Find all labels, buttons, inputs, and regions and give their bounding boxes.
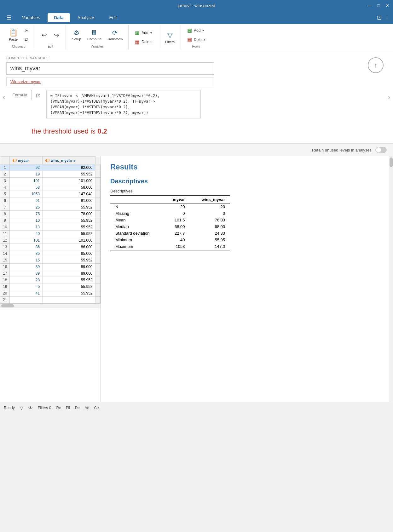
table-row[interactable]: 17 89 89.000 [0,270,101,277]
table-row[interactable]: 14 85 85.000 [0,250,101,257]
myvar-cell[interactable]: 41 [10,290,43,297]
myvar-cell[interactable]: 19 [10,171,43,178]
filters-button[interactable]: ▽ Filters [163,30,177,45]
var-delete-button[interactable]: ▦ Delete [132,38,155,46]
myvar-cell[interactable]: 89 [10,264,43,270]
myvar-cell[interactable]: 101 [10,237,43,244]
compute-button[interactable]: 🖩 Compute [85,28,103,42]
myvar-cell[interactable]: 26 [10,204,43,211]
table-row[interactable]: 7 26 55.952 [0,204,101,211]
table-row[interactable]: 12 101 101.000 [0,237,101,244]
myvar-cell[interactable]: 89 [10,270,43,277]
myvar-cell[interactable]: 15 [10,257,43,264]
wins-myvar-cell[interactable]: 85.000 [43,250,95,257]
wins-myvar-cell[interactable]: 91.000 [43,197,95,204]
tab-data[interactable]: Data [48,13,70,22]
myvar-cell[interactable]: 85 [10,250,43,257]
wins-myvar-cell[interactable] [43,297,95,303]
myvar-cell[interactable]: 101 [10,178,43,184]
wins-myvar-cell[interactable]: 55.952 [43,217,95,224]
wins-myvar-cell[interactable]: 101.000 [43,178,95,184]
table-row[interactable]: 4 58 58.000 [0,184,101,191]
wins-myvar-cell[interactable]: 55.952 [43,171,95,178]
filter-status-icon[interactable]: ▽ [20,405,23,410]
myvar-cell[interactable]: 10 [10,217,43,224]
wins-myvar-cell[interactable]: 89.000 [43,264,95,270]
table-row[interactable]: 20 41 55.952 [0,290,101,297]
wins-myvar-cell[interactable]: 92.000 [43,164,95,171]
myvar-cell[interactable]: 1053 [10,191,43,197]
cut-button[interactable]: ✂ [22,27,31,35]
table-row[interactable]: 13 86 86.000 [0,244,101,250]
nav-arrow-right[interactable]: › [388,92,390,102]
col-header-wins-myvar[interactable]: 🏷 wins_myvar ● [43,157,95,164]
wins-myvar-cell[interactable]: 55.952 [43,290,95,297]
myvar-cell[interactable]: -40 [10,231,43,237]
tab-variables[interactable]: Variables [16,13,46,22]
hamburger-menu[interactable]: ☰ [3,13,14,22]
myvar-cell[interactable] [10,297,43,303]
tab-analyses[interactable]: Analyses [71,13,102,22]
table-row[interactable]: 10 13 55.952 [0,224,101,231]
myvar-cell[interactable]: 86 [10,244,43,250]
wins-myvar-cell[interactable]: 89.000 [43,270,95,277]
paste-button[interactable]: 📋 Paste [6,27,20,43]
table-row[interactable]: 15 15 55.952 [0,257,101,264]
nav-icon-more[interactable]: ⋮ [384,14,390,21]
wins-myvar-cell[interactable]: 55.952 [43,231,95,237]
wins-myvar-cell[interactable]: 55.952 [43,224,95,231]
row-add-button[interactable]: ▦ Add ▾ [185,26,207,34]
table-row[interactable]: 1 92 92.000 [0,164,101,171]
eye-icon[interactable]: 👁 [28,405,33,410]
wins-myvar-cell[interactable]: 55.952 [43,257,95,264]
setup-button[interactable]: ⚙ Setup [70,28,84,42]
tab-edit[interactable]: Edit [103,13,123,22]
upload-button[interactable]: ↑ [368,57,384,73]
wins-myvar-cell[interactable]: 55.952 [43,204,95,211]
wins-myvar-cell[interactable]: 55.952 [43,277,95,283]
computed-name-input[interactable] [6,62,214,75]
maximize-button[interactable]: □ [375,3,382,9]
myvar-cell[interactable]: 13 [10,224,43,231]
table-row[interactable]: 18 28 55.952 [0,277,101,283]
transform-button[interactable]: ⟳ Transform [105,28,125,42]
myvar-cell[interactable]: 78 [10,211,43,217]
table-row[interactable]: 5 1053 147.048 [0,191,101,197]
formula-text[interactable]: = IF(myvar < (VMEAN(myvar)-1*VSTDEV(myva… [46,90,201,118]
nav-arrow-left[interactable]: ‹ [3,92,5,102]
minimize-button[interactable]: — [367,3,373,9]
copy-button[interactable]: ⧉ [22,36,31,43]
wins-myvar-cell[interactable]: 86.000 [43,244,95,250]
redo-button[interactable]: ↪ [51,30,62,40]
wins-myvar-cell[interactable]: 101.000 [43,237,95,244]
table-row[interactable]: 2 19 55.952 [0,171,101,178]
table-row[interactable]: 9 10 55.952 [0,217,101,224]
status-bar: Ready ▽ 👁 Filters 0 Rc Fil Dc Ac Ce [0,402,393,413]
nav-icon-grid[interactable]: ⊡ [377,14,382,21]
table-row[interactable]: 21 [0,297,101,303]
table-row[interactable]: 11 -40 55.952 [0,231,101,237]
wins-myvar-cell[interactable]: 58.000 [43,184,95,191]
table-row[interactable]: 6 91 91.000 [0,197,101,204]
wins-myvar-cell[interactable]: 78.000 [43,211,95,217]
table-row[interactable]: 19 -5 55.952 [0,283,101,290]
table-row[interactable]: 3 101 101.000 [0,178,101,184]
row-delete-button[interactable]: ▦ Delete [185,36,207,43]
undo-button[interactable]: ↩ [39,30,49,40]
var-add-button[interactable]: ▦ Add ▾ [132,29,155,37]
table-row[interactable]: 16 89 89.000 [0,264,101,270]
results-scrollbar[interactable] [389,156,393,402]
myvar-cell[interactable]: 92 [10,164,43,171]
myvar-cell[interactable]: 91 [10,197,43,204]
myvar-cell[interactable]: -5 [10,283,43,290]
table-row[interactable]: 8 78 78.000 [0,211,101,217]
myvar-cell[interactable]: 28 [10,277,43,283]
myvar-cell[interactable]: 58 [10,184,43,191]
close-button[interactable]: ✕ [384,3,390,9]
wins-myvar-cell[interactable]: 55.952 [43,283,95,290]
grid-bottom-scrollbar[interactable] [0,303,101,308]
wins-myvar-cell[interactable]: 147.048 [43,191,95,197]
computed-description[interactable]: Winsorize myvar [6,77,214,86]
col-header-myvar[interactable]: 🏷 myvar [10,157,43,164]
retain-toggle[interactable] [375,147,387,153]
